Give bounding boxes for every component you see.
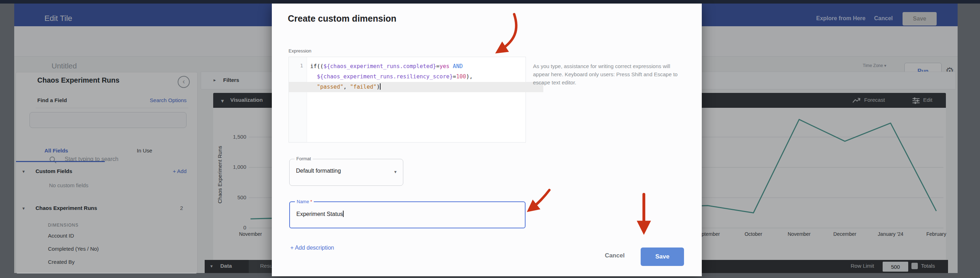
- code-token: ),: [466, 73, 473, 80]
- code-token: =: [453, 73, 456, 80]
- create-custom-dimension-modal: Create custom dimension Expression 1 if(…: [272, 3, 702, 276]
- screenshot-frame: Edit Tile Explore from Here Cancel Save …: [0, 0, 980, 278]
- modal-cancel-button[interactable]: Cancel: [600, 252, 629, 259]
- modal-save-button[interactable]: Save: [641, 248, 684, 266]
- text-cursor: [380, 83, 380, 90]
- code-token: "failed": [350, 84, 377, 90]
- code-token: ${chaos_experiment_runs.completed}: [323, 63, 436, 70]
- expression-help-text: As you type, assistance for writing corr…: [533, 62, 686, 87]
- code-token: ${chaos_experiment_runs.resiliency_score…: [317, 73, 453, 80]
- code-token: if((: [310, 63, 323, 70]
- editor-gutter: 1: [289, 57, 307, 142]
- line-number: 1: [289, 63, 303, 68]
- code-token: ,: [343, 84, 350, 90]
- code-token: [310, 84, 317, 90]
- caret-down-icon: ▾: [394, 169, 396, 174]
- code-token: AND: [453, 63, 463, 70]
- expression-editor[interactable]: 1 if((${chaos_experiment_runs.completed}…: [288, 57, 526, 142]
- name-value: Experiment Status: [296, 211, 344, 217]
- code-line: ${chaos_experiment_runs.resiliency_score…: [310, 72, 523, 82]
- text-cursor: [343, 211, 344, 217]
- code-token: [450, 63, 453, 70]
- expression-label: Expression: [288, 48, 311, 54]
- format-select[interactable]: Format Default formatting ▾: [289, 159, 403, 186]
- code-line: "passed", "failed"): [289, 82, 543, 92]
- code-token: 100: [456, 73, 466, 80]
- name-label: Name *: [295, 199, 314, 204]
- expression-code: if((${chaos_experiment_runs.completed}=y…: [310, 62, 523, 92]
- add-description-link[interactable]: + Add description: [290, 245, 334, 251]
- name-field[interactable]: Name * Experiment Status: [289, 201, 525, 228]
- code-token: yes: [439, 63, 450, 70]
- format-value: Default formatting: [296, 168, 341, 174]
- modal-title: Create custom dimension: [288, 13, 396, 24]
- code-line: if((${chaos_experiment_runs.completed}=y…: [310, 62, 523, 72]
- format-label: Format: [294, 156, 313, 161]
- required-asterisk: *: [310, 199, 312, 204]
- code-token: =: [436, 63, 439, 70]
- browser-chrome-strip: [0, 0, 980, 3]
- code-token: ): [377, 84, 380, 90]
- code-token: "passed": [317, 84, 344, 90]
- code-token: [310, 73, 317, 80]
